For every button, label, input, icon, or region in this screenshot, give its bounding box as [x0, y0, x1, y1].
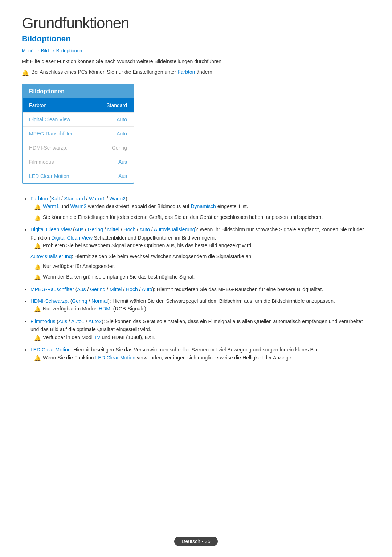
bullet-text: Farbton (Kalt / Standard / Warm1 / Warm2… — [30, 196, 127, 202]
menu-header: Bildoptionen — [23, 85, 134, 98]
sub-note: 🔔Sie können die Einstellungen für jedes … — [34, 214, 370, 222]
sub-note-text: Probieren Sie bei schwachem Signal ander… — [43, 242, 253, 249]
note-icon: 🔔 — [34, 263, 41, 271]
menu-row-label: LED Clear Motion — [29, 173, 69, 179]
note-icon: 🔔 — [34, 334, 41, 342]
note-icon: 🔔 — [34, 242, 41, 251]
extra-line: Autovisualisierung: Hiermit zeigen Sie b… — [30, 253, 370, 260]
menu-row-value: Auto — [117, 117, 127, 122]
note-icon: 🔔 — [22, 69, 29, 77]
sub-note-text: Nur verfügbar für Analogsender. — [43, 263, 115, 270]
bullet-text: Filmmodus (Aus / Auto1 / Auto2): Sie kön… — [30, 318, 363, 332]
note-pc: 🔔 Bei Anschluss eines PCs können Sie nur… — [22, 68, 370, 77]
intro-text: Mit Hilfe dieser Funktion können Sie nac… — [22, 58, 370, 65]
sub-note: 🔔Verfügbar in den Modi TV und HDMI (1080… — [34, 334, 370, 342]
sub-note-text: Verfügbar in den Modi TV und HDMI (1080i… — [43, 334, 155, 341]
menu-row-label: HDMI-Schwarzp. — [29, 145, 68, 151]
menu-row-value: Aus — [118, 159, 127, 165]
bullet-item: HDMI-Schwarzp. (Gering / Normal): Hiermi… — [30, 297, 370, 314]
menu-row-value: Gering — [112, 145, 127, 151]
sub-note: 🔔Wenn Sie die Funktion LED Clear Motion … — [34, 354, 370, 363]
sub-note: 🔔Nur verfügbar für Analogsender. — [34, 263, 370, 271]
footer-badge: Deutsch - 35 — [174, 537, 217, 546]
sub-note-text: Wenn der Balken grün ist, empfangen Sie … — [43, 273, 195, 281]
menu-row[interactable]: HDMI-Schwarzp.Gering — [23, 141, 134, 155]
bullet-item: LED Clear Motion: Hiermit beseitigen Sie… — [30, 346, 370, 362]
menu-row[interactable]: LED Clear MotionAus — [23, 169, 134, 183]
bullet-list: Farbton (Kalt / Standard / Warm1 / Warm2… — [22, 195, 370, 362]
sub-note-text: Nur verfügbar im Modus HDMI (RGB-Signale… — [43, 305, 148, 313]
sub-note-text: Wenn Sie die Funktion LED Clear Motion v… — [43, 354, 293, 362]
bullet-item: MPEG-Rauschfilter (Aus / Gering / Mittel… — [30, 285, 370, 293]
breadcrumb: Menü → Bild → Bildoptionen — [22, 48, 370, 53]
bullet-item: Filmmodus (Aus / Auto1 / Auto2): Sie kön… — [30, 317, 370, 342]
sub-note-text: Warm1 und Warm2 werden deaktiviert, soba… — [43, 203, 248, 210]
bullet-text: HDMI-Schwarzp. (Gering / Normal): Hiermi… — [30, 298, 335, 304]
note-icon: 🔔 — [34, 273, 41, 282]
bullet-text: MPEG-Rauschfilter (Aus / Gering / Mittel… — [30, 286, 323, 292]
menu-row-label: Farbton — [29, 102, 46, 108]
menu-row[interactable]: FarbtonStandard — [23, 98, 134, 113]
note-icon: 🔔 — [34, 214, 41, 222]
page-title: Grundfunktionen — [22, 15, 370, 32]
footer: Deutsch - 35 — [0, 537, 392, 546]
note-icon: 🔔 — [34, 354, 41, 363]
menu-row-value: Auto — [117, 131, 127, 137]
menu-row-label: MPEG-Rauschfilter — [29, 131, 73, 137]
bullet-text: Digital Clean View (Aus / Gering / Mitte… — [30, 227, 364, 240]
menu-row-value: Standard — [106, 102, 127, 108]
sub-note: 🔔Nur verfügbar im Modus HDMI (RGB-Signal… — [34, 305, 370, 314]
sub-note: 🔔Probieren Sie bei schwachem Signal ande… — [34, 242, 370, 251]
bullet-text: LED Clear Motion: Hiermit beseitigen Sie… — [30, 347, 320, 353]
sub-note: 🔔Warm1 und Warm2 werden deaktiviert, sob… — [34, 203, 370, 211]
menu-row[interactable]: MPEG-RauschfilterAuto — [23, 127, 134, 141]
menu-row[interactable]: FilmmodusAus — [23, 155, 134, 169]
menu-row-value: Aus — [118, 173, 127, 179]
section-title: Bildoptionen — [22, 34, 370, 44]
bullet-item: Digital Clean View (Aus / Gering / Mitte… — [30, 225, 370, 281]
bullet-item: Farbton (Kalt / Standard / Warm1 / Warm2… — [30, 195, 370, 222]
sub-note-text: Sie können die Einstellungen für jedes e… — [43, 214, 323, 221]
menu-box: Bildoptionen FarbtonStandardDigital Clea… — [22, 84, 134, 184]
note-icon: 🔔 — [34, 203, 41, 211]
note-icon: 🔔 — [34, 305, 41, 314]
menu-row-label: Filmmodus — [29, 159, 54, 165]
menu-row[interactable]: Digital Clean ViewAuto — [23, 113, 134, 127]
menu-row-label: Digital Clean View — [29, 117, 70, 122]
sub-note: 🔔Wenn der Balken grün ist, empfangen Sie… — [34, 273, 370, 282]
